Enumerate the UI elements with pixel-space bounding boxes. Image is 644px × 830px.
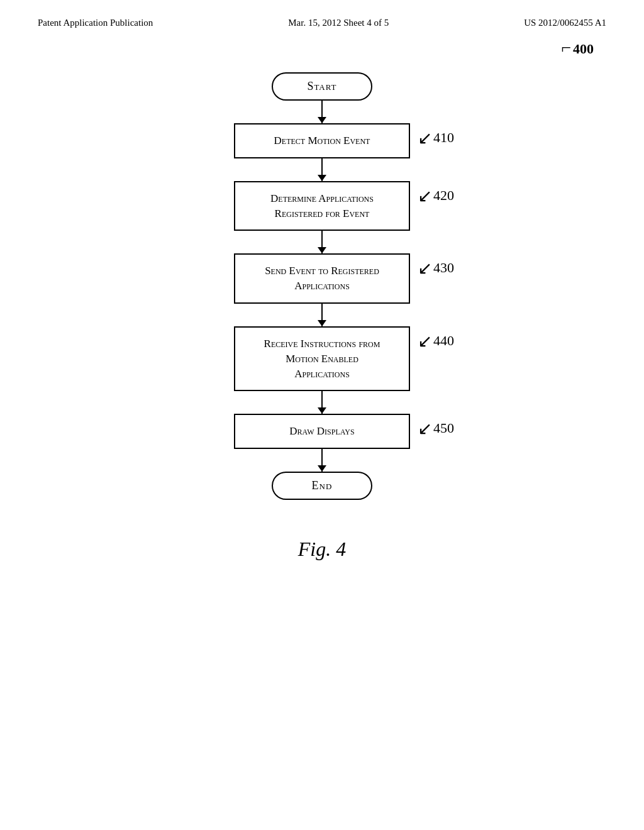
step-440-label: ↙ 440 [418,333,454,350]
start-node-wrapper: Start [272,72,372,101]
start-node: Start [272,72,372,101]
diagram-ref: ⌐400 [561,38,594,58]
step-440-text: Receive Instructions fromMotion EnabledA… [264,338,380,380]
arrow-1 [321,101,323,123]
diagram-container: Start Detect Motion Event ↙ 410 Determin… [0,66,644,561]
step-410-wrapper: Detect Motion Event ↙ 410 [234,123,410,158]
step-420-text: Determine ApplicationsRegistered for Eve… [270,192,374,219]
step-410-label: ↙ 410 [418,130,454,147]
step-450-label: ↙ 450 [418,420,454,438]
arrow-4 [321,304,323,326]
arrow-6 [321,449,323,472]
step-420-wrapper: Determine ApplicationsRegistered for Eve… [234,181,410,231]
header-right: US 2012/0062455 A1 [524,18,606,28]
step-430-label: ↙ 430 [418,260,454,277]
step-420-label: ↙ 420 [418,187,454,205]
step-450-box: Draw Displays [234,414,410,449]
end-node-wrapper: End [272,472,372,500]
page-header: Patent Application Publication Mar. 15, … [0,0,644,28]
arrow-5 [321,391,323,414]
step-430-box: Send Event to RegisteredApplications [234,253,410,304]
step-440-wrapper: Receive Instructions fromMotion EnabledA… [234,326,410,391]
arrow-3 [321,231,323,253]
step-440-box: Receive Instructions fromMotion EnabledA… [234,326,410,391]
flowchart: Start Detect Motion Event ↙ 410 Determin… [234,72,410,500]
step-410-box: Detect Motion Event [234,123,410,158]
step-430-wrapper: Send Event to RegisteredApplications ↙ 4… [234,253,410,304]
end-node: End [272,472,372,500]
step-450-wrapper: Draw Displays ↙ 450 [234,414,410,449]
arrow-2 [321,158,323,181]
fig-label: Fig. 4 [298,538,346,561]
header-left: Patent Application Publication [38,18,153,28]
step-430-text: Send Event to RegisteredApplications [265,265,379,292]
step-420-box: Determine ApplicationsRegistered for Eve… [234,181,410,231]
header-center: Mar. 15, 2012 Sheet 4 of 5 [288,18,389,28]
